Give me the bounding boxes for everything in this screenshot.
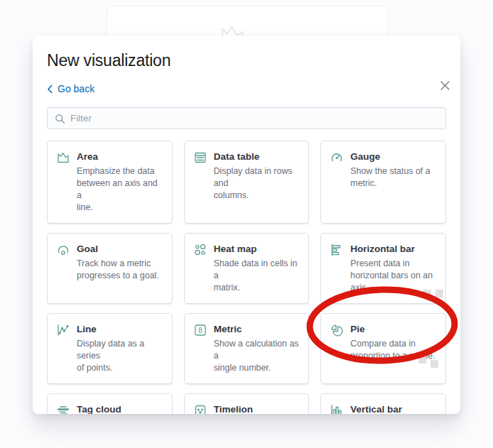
vis-type-card-goal[interactable]: Goal Track how a metric progresses to a …: [47, 233, 173, 304]
filter-input[interactable]: [48, 108, 445, 129]
filter-field: [47, 107, 446, 129]
goal-icon: [57, 244, 70, 256]
vis-card-description: Shade data in cells in a matrix.: [214, 258, 300, 294]
vis-type-card-horizontal-bar[interactable]: Horizontal bar Present data in horizonta…: [320, 233, 446, 304]
vis-card-title: Gauge: [350, 151, 430, 163]
vis-type-card-pie[interactable]: Pie Compare data in proportion to a whol…: [320, 313, 446, 384]
vis-card-description: Display data in rows and columns.: [214, 165, 300, 202]
horizontal-bar-icon: [330, 244, 343, 256]
vertical-bar-icon: [330, 404, 343, 415]
chevron-left-icon: [47, 84, 53, 94]
vis-type-card-tag-cloud[interactable]: Tag cloud Display word frequency with fo…: [47, 393, 173, 415]
vis-card-description: Show a calculation as a single number.: [214, 338, 300, 374]
area-chart-icon: [57, 151, 70, 164]
vis-card-description: Present data in horizontal bars on an ax…: [350, 258, 433, 294]
vis-card-title: Tag cloud: [77, 403, 163, 415]
vis-card-title: Timelion: [214, 403, 300, 415]
vis-card-title: Area: [77, 151, 163, 163]
metric-icon: 8: [194, 324, 207, 337]
data-table-icon: [194, 151, 207, 164]
go-back-label: Go back: [58, 83, 94, 94]
gauge-icon: [330, 151, 343, 164]
vis-type-card-vertical-bar[interactable]: Vertical bar Present data in vertical ba…: [320, 393, 446, 415]
vis-type-card-metric[interactable]: 8 Metric Show a calculation as a single …: [184, 313, 310, 384]
vis-card-description: Display data as a series of points.: [77, 338, 163, 374]
vis-card-title: Line: [77, 323, 163, 336]
go-back-link[interactable]: Go back: [47, 83, 94, 94]
vis-card-description: Track how a metric progresses to a goal.: [77, 258, 159, 282]
vis-card-description: Show the status of a metric.: [350, 165, 430, 190]
vis-type-card-heat-map[interactable]: Heat map Shade data in cells in a matrix…: [184, 233, 310, 304]
heat-map-icon: [194, 244, 207, 256]
vis-card-title: Vertical bar: [350, 403, 436, 415]
new-visualization-modal: New visualization Go back Area Emphasize…: [33, 35, 460, 414]
vis-card-description: Compare data in proportion to a whole.: [350, 338, 435, 362]
close-icon[interactable]: [435, 77, 455, 97]
line-chart-icon: [57, 324, 70, 337]
timelion-icon: [194, 404, 207, 415]
vis-card-title: Data table: [214, 151, 300, 163]
modal-title: New visualization: [47, 50, 446, 71]
vis-type-card-line[interactable]: Line Display data as a series of points.: [47, 313, 173, 384]
vis-card-title: Heat map: [214, 243, 300, 256]
tag-cloud-icon: [57, 404, 70, 415]
pie-chart-icon: [330, 324, 343, 337]
vis-type-card-gauge[interactable]: Gauge Show the status of a metric.: [320, 141, 446, 224]
vis-card-title: Metric: [214, 323, 300, 336]
vis-card-title: Horizontal bar: [350, 243, 433, 256]
vis-card-description: Emphasize the data between an axis and a…: [77, 165, 163, 214]
svg-text:8: 8: [198, 326, 202, 334]
vis-card-title: Pie: [350, 323, 435, 336]
vis-type-grid: Area Emphasize the data between an axis …: [47, 141, 446, 415]
vis-type-card-timelion[interactable]: Timelion Show time series data on a grap…: [184, 393, 310, 415]
vis-type-card-area[interactable]: Area Emphasize the data between an axis …: [47, 141, 173, 224]
vis-card-title: Goal: [77, 243, 159, 256]
vis-type-card-data-table[interactable]: Data table Display data in rows and colu…: [184, 141, 310, 224]
